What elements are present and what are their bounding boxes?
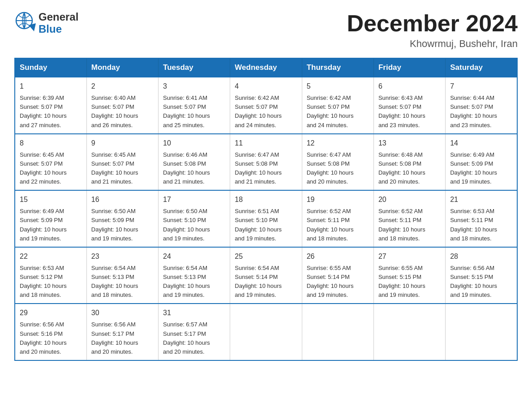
calendar-cell: 16 Sunrise: 6:50 AM Sunset: 5:09 PM Dayl… xyxy=(86,190,158,247)
sunset-label: Sunset: 5:15 PM xyxy=(378,274,421,280)
sunrise-label: Sunrise: 6:51 AM xyxy=(235,208,279,214)
header-monday: Monday xyxy=(86,58,158,77)
day-info: Sunrise: 6:43 AM Sunset: 5:07 PM Dayligh… xyxy=(378,94,441,130)
calendar-cell xyxy=(373,304,445,360)
daylight-minutes: and 18 minutes. xyxy=(20,291,61,298)
sunrise-label: Sunrise: 6:47 AM xyxy=(307,151,351,158)
day-number: 14 xyxy=(450,138,512,149)
sunset-label: Sunset: 5:07 PM xyxy=(450,103,493,110)
month-year-title: December 2024 xyxy=(347,11,518,36)
sunrise-label: Sunrise: 6:41 AM xyxy=(163,94,207,101)
daylight-minutes: and 18 minutes. xyxy=(378,235,420,242)
sunrise-label: Sunrise: 6:45 AM xyxy=(91,151,136,158)
day-number: 30 xyxy=(91,308,154,318)
daylight-label: Daylight: 10 hours xyxy=(450,169,497,176)
daylight-label: Daylight: 10 hours xyxy=(235,283,282,289)
sunrise-label: Sunrise: 6:55 AM xyxy=(307,265,351,271)
sunset-label: Sunset: 5:07 PM xyxy=(91,103,134,110)
day-info: Sunrise: 6:47 AM Sunset: 5:08 PM Dayligh… xyxy=(235,150,297,187)
calendar-cell: 8 Sunrise: 6:45 AM Sunset: 5:07 PM Dayli… xyxy=(15,134,86,191)
day-number: 27 xyxy=(378,251,441,262)
day-info: Sunrise: 6:52 AM Sunset: 5:11 PM Dayligh… xyxy=(307,207,369,243)
header-tuesday: Tuesday xyxy=(159,58,230,77)
header-thursday: Thursday xyxy=(302,58,373,77)
day-info: Sunrise: 6:51 AM Sunset: 5:10 PM Dayligh… xyxy=(235,207,297,243)
day-info: Sunrise: 6:53 AM Sunset: 5:11 PM Dayligh… xyxy=(450,207,512,243)
daylight-label: Daylight: 10 hours xyxy=(91,339,138,346)
sunrise-label: Sunrise: 6:52 AM xyxy=(378,208,423,214)
daylight-label: Daylight: 10 hours xyxy=(91,169,138,176)
daylight-label: Daylight: 10 hours xyxy=(91,283,138,289)
daylight-minutes: and 19 minutes. xyxy=(20,235,61,242)
daylight-minutes: and 18 minutes. xyxy=(450,235,492,242)
daylight-minutes: and 23 minutes. xyxy=(450,122,492,128)
sunset-label: Sunset: 5:14 PM xyxy=(307,274,350,280)
daylight-label: Daylight: 10 hours xyxy=(20,339,67,346)
daylight-minutes: and 20 minutes. xyxy=(20,348,61,355)
sunrise-label: Sunrise: 6:42 AM xyxy=(307,94,351,101)
sunrise-label: Sunrise: 6:45 AM xyxy=(20,151,64,158)
day-number: 26 xyxy=(307,251,369,262)
daylight-minutes: and 26 minutes. xyxy=(91,122,133,128)
day-info: Sunrise: 6:41 AM Sunset: 5:07 PM Dayligh… xyxy=(163,94,225,130)
sunset-label: Sunset: 5:17 PM xyxy=(163,330,206,337)
calendar-cell: 18 Sunrise: 6:51 AM Sunset: 5:10 PM Dayl… xyxy=(230,190,302,247)
daylight-minutes: and 20 minutes. xyxy=(378,178,420,185)
sunset-label: Sunset: 5:17 PM xyxy=(91,330,134,337)
day-info: Sunrise: 6:56 AM Sunset: 5:17 PM Dayligh… xyxy=(91,320,154,356)
sunrise-label: Sunrise: 6:53 AM xyxy=(20,265,64,271)
calendar-cell: 5 Sunrise: 6:42 AM Sunset: 5:07 PM Dayli… xyxy=(302,77,373,134)
daylight-label: Daylight: 10 hours xyxy=(307,112,354,119)
sunset-label: Sunset: 5:07 PM xyxy=(235,103,278,110)
calendar-header-row: SundayMondayTuesdayWednesdayThursdayFrid… xyxy=(15,58,517,77)
sunset-label: Sunset: 5:11 PM xyxy=(378,217,421,223)
header-saturday: Saturday xyxy=(446,58,517,77)
sunrise-label: Sunrise: 6:50 AM xyxy=(163,208,207,214)
sunrise-label: Sunrise: 6:46 AM xyxy=(163,151,207,158)
sunrise-label: Sunrise: 6:50 AM xyxy=(91,208,136,214)
daylight-label: Daylight: 10 hours xyxy=(307,169,354,176)
sunset-label: Sunset: 5:11 PM xyxy=(450,217,493,223)
calendar-cell: 6 Sunrise: 6:43 AM Sunset: 5:07 PM Dayli… xyxy=(373,77,445,134)
daylight-minutes: and 19 minutes. xyxy=(450,178,492,185)
sunrise-label: Sunrise: 6:56 AM xyxy=(20,321,64,328)
day-number: 10 xyxy=(163,138,225,149)
sunrise-label: Sunrise: 6:47 AM xyxy=(235,151,279,158)
calendar-cell: 21 Sunrise: 6:53 AM Sunset: 5:11 PM Dayl… xyxy=(446,190,517,247)
day-info: Sunrise: 6:56 AM Sunset: 5:15 PM Dayligh… xyxy=(450,264,512,300)
sunset-label: Sunset: 5:08 PM xyxy=(307,160,350,167)
day-number: 25 xyxy=(235,251,297,262)
daylight-minutes: and 21 minutes. xyxy=(91,178,133,185)
sunset-label: Sunset: 5:09 PM xyxy=(450,160,493,167)
sunset-label: Sunset: 5:08 PM xyxy=(163,160,206,167)
daylight-label: Daylight: 10 hours xyxy=(235,169,282,176)
sunrise-label: Sunrise: 6:49 AM xyxy=(20,208,64,214)
day-info: Sunrise: 6:56 AM Sunset: 5:16 PM Dayligh… xyxy=(20,320,82,356)
daylight-label: Daylight: 10 hours xyxy=(163,169,210,176)
week-row-4: 22 Sunrise: 6:53 AM Sunset: 5:12 PM Dayl… xyxy=(15,247,517,304)
calendar-cell: 23 Sunrise: 6:54 AM Sunset: 5:13 PM Dayl… xyxy=(86,247,158,304)
sunrise-label: Sunrise: 6:43 AM xyxy=(378,94,423,101)
calendar-cell: 28 Sunrise: 6:56 AM Sunset: 5:15 PM Dayl… xyxy=(446,247,517,304)
calendar-cell: 19 Sunrise: 6:52 AM Sunset: 5:11 PM Dayl… xyxy=(302,190,373,247)
daylight-minutes: and 21 minutes. xyxy=(163,178,205,185)
calendar-table: SundayMondayTuesdayWednesdayThursdayFrid… xyxy=(14,58,518,361)
day-number: 23 xyxy=(91,251,154,262)
calendar-cell xyxy=(446,304,517,360)
day-number: 16 xyxy=(91,194,154,205)
daylight-label: Daylight: 10 hours xyxy=(235,112,282,119)
daylight-label: Daylight: 10 hours xyxy=(163,283,210,289)
calendar-cell: 20 Sunrise: 6:52 AM Sunset: 5:11 PM Dayl… xyxy=(373,190,445,247)
daylight-label: Daylight: 10 hours xyxy=(307,226,354,233)
daylight-label: Daylight: 10 hours xyxy=(450,283,497,289)
day-info: Sunrise: 6:40 AM Sunset: 5:07 PM Dayligh… xyxy=(91,94,154,130)
day-number: 2 xyxy=(91,81,154,92)
daylight-label: Daylight: 10 hours xyxy=(235,226,282,233)
daylight-label: Daylight: 10 hours xyxy=(91,112,138,119)
day-number: 12 xyxy=(307,138,369,149)
daylight-minutes: and 19 minutes. xyxy=(450,291,492,298)
day-info: Sunrise: 6:42 AM Sunset: 5:07 PM Dayligh… xyxy=(235,94,297,130)
header-friday: Friday xyxy=(373,58,445,77)
svg-marker-3 xyxy=(29,23,36,31)
sunrise-label: Sunrise: 6:56 AM xyxy=(91,321,136,328)
